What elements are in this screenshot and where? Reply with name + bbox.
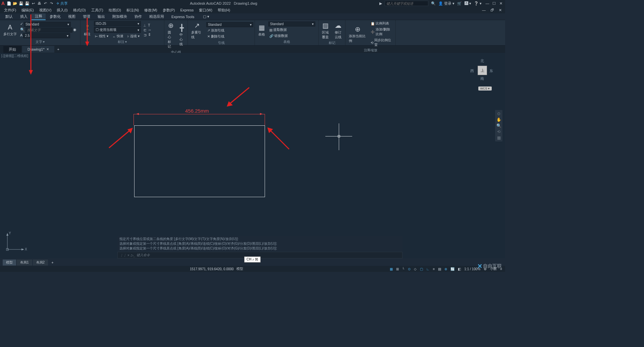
dim-tool-icon-3[interactable]: ⊐ [144, 33, 147, 37]
new-file-tab-button[interactable]: + [55, 47, 62, 51]
dim-quick-button[interactable]: ⫠ 快速 [111, 34, 124, 39]
table-button[interactable]: ▦表格 [256, 23, 267, 38]
dim-tool-icon-2[interactable]: ⊏ [144, 28, 147, 32]
maximize-button[interactable]: ☐ [491, 1, 497, 6]
status-ortho-icon[interactable]: └ [401, 267, 406, 271]
tab-express-tools[interactable]: Express Tools [168, 14, 198, 19]
status-snap-icon[interactable]: ⊞ [395, 267, 400, 271]
find-icon[interactable]: 🔍 [20, 27, 25, 33]
close-button[interactable]: ✕ [498, 1, 504, 6]
layout-tab-model[interactable]: 模型 [3, 259, 16, 266]
cmd-handle-icon[interactable]: ⋮⋮ × [120, 253, 129, 257]
tab-default[interactable]: 默认 [2, 13, 16, 20]
layout-tab-2[interactable]: 布局2 [33, 259, 48, 266]
info-arrow-icon[interactable]: ▶ [379, 1, 382, 6]
nav-orbit-icon[interactable]: ⟲ [496, 129, 502, 134]
tab-featured[interactable]: 精选应用 [146, 13, 167, 20]
status-osnap-icon[interactable]: ▢ [419, 267, 424, 271]
search-icon[interactable]: 🔍 [431, 1, 436, 6]
status-dynamic-input-icon[interactable]: ⊕ [443, 267, 448, 271]
status-lineweight-icon[interactable]: ≡ [432, 267, 436, 271]
nav-showmotion-icon[interactable]: ▦ [496, 135, 502, 140]
viewcube-north[interactable]: 北 [480, 58, 484, 63]
file-tab-start[interactable]: 开始 [3, 46, 21, 53]
cart-icon[interactable]: 🛒 [457, 1, 462, 6]
add-layout-button[interactable]: + [49, 260, 56, 265]
qat-saveas-icon[interactable]: 💾 [25, 1, 30, 6]
scale-list-button[interactable]: 📋 比例列表 [370, 21, 394, 26]
app-menu-icon[interactable]: 🅰 ▾ [465, 1, 471, 6]
status-3dosnap-icon[interactable]: ◧ [457, 267, 462, 271]
mleader-button[interactable]: ↗多重引线 [189, 21, 205, 40]
qat-recent-icon[interactable]: ↩ [31, 1, 36, 6]
wipeout-button[interactable]: ▨区域覆盖 [320, 21, 331, 40]
menu-help[interactable]: 帮助(H) [216, 7, 232, 13]
find-go-icon[interactable]: ◉ [73, 27, 76, 33]
status-cycling-icon[interactable]: 🔄 [449, 267, 455, 271]
panel-title-dimension[interactable]: 标注 ▾ [82, 39, 163, 45]
qat-new-icon[interactable]: 📄 [7, 1, 11, 6]
centerline-button[interactable]: ╋中心线 [177, 23, 186, 47]
viewcube-top-face[interactable]: 上 [478, 66, 487, 75]
menu-parametric[interactable]: 参数(P) [161, 7, 177, 13]
qat-save-icon[interactable]: 💾 [19, 1, 23, 6]
dim-layer-dropdown[interactable]: ▢使用当前项▾ [94, 27, 141, 33]
extract-data-button[interactable]: ▤ 提取数据 [268, 27, 315, 33]
ribbon-collapse-button[interactable]: ▢ ▾ [200, 14, 213, 19]
dim-linear-button[interactable]: ⊢ 线性 ▾ [94, 34, 109, 39]
remove-leader-button[interactable]: ✕ 删除引线 [206, 34, 253, 39]
panel-title-leader[interactable]: 引线 [189, 40, 253, 46]
help-search-input[interactable] [385, 1, 428, 6]
text-height-icon[interactable]: A [20, 33, 22, 38]
leader-style-dropdown[interactable]: Standard▾ [206, 22, 253, 27]
tab-view[interactable]: 视图 [65, 13, 79, 20]
file-tab-drawing1[interactable]: Drawing1*× [22, 46, 54, 53]
qat-open-icon[interactable]: 📂 [13, 1, 17, 6]
status-otrack-icon[interactable]: ∟ [425, 267, 431, 271]
add-current-scale-button[interactable]: ⊕添加当前比例 [347, 24, 368, 44]
doc-minimize-button[interactable]: — [480, 7, 488, 13]
coordinates-readout[interactable]: 1517.9971, 919.6420, 0.0000 [190, 267, 234, 271]
dim-style-dropdown[interactable]: ISO-25▾ [94, 21, 141, 26]
qat-redo-icon[interactable]: ↷ [49, 1, 54, 6]
menu-view[interactable]: 视图(V) [37, 7, 54, 13]
table-style-dropdown[interactable]: Standard▾ [268, 21, 315, 26]
revcloud-button[interactable]: ☁修订云线 [333, 21, 344, 40]
menu-format[interactable]: 格式(O) [71, 7, 88, 13]
doc-close-button[interactable]: ✕ [497, 7, 504, 13]
menu-draw[interactable]: 绘图(D) [107, 7, 123, 13]
menu-edit[interactable]: 编辑(E) [19, 7, 36, 13]
dim-tool-icon-4[interactable]: T [148, 23, 152, 27]
status-model-button[interactable]: 模型 [236, 267, 243, 271]
help-icon[interactable]: ❔ ▾ [474, 1, 482, 6]
share-button[interactable]: ✈ 共享 [56, 1, 68, 6]
view-cube[interactable]: 北 南 东 西 上 [468, 56, 495, 83]
viewcube-west[interactable]: 西 [470, 68, 474, 73]
panel-title-text[interactable]: 文字 ▾ [1, 39, 79, 45]
panel-title-table[interactable]: 表格 [256, 39, 317, 45]
menu-modify[interactable]: 修改(M) [142, 7, 159, 13]
status-grid-icon[interactable]: ▦ [389, 267, 394, 271]
minimize-button[interactable]: — [484, 1, 490, 6]
abc-check-icon[interactable]: ✓ [20, 22, 23, 27]
center-mark-button[interactable]: ⊕圆心标记 [166, 21, 176, 50]
status-transparency-icon[interactable]: ▤ [437, 267, 442, 271]
dim-tool-icon-5[interactable]: ↔ [148, 28, 152, 32]
nav-pan-icon[interactable]: ✋ [496, 117, 502, 122]
login-button[interactable]: 👤 登录 ▾ [438, 1, 454, 6]
mtext-button[interactable]: A 多行文字 [1, 23, 19, 37]
doc-restore-button[interactable]: 🗗 [488, 7, 496, 13]
layout-tab-1[interactable]: 布局1 [17, 259, 32, 266]
qat-print-icon[interactable]: 🖶 [37, 1, 42, 6]
link-data-button[interactable]: 🔗 链接数据 [268, 33, 315, 39]
menu-insert[interactable]: 插入(I) [55, 7, 69, 13]
sync-scale-button[interactable]: ⟲ 同步比例位置 [370, 38, 394, 48]
menu-dimension[interactable]: 标注(N) [124, 7, 141, 13]
dim-tool-icon-6[interactable]: ⇕ [148, 33, 152, 37]
drawing-viewport[interactable]: [-][俯视][二维线框] 北 南 东 西 上 WCS ▾ ⊙ ✋ 🔍 ⟲ ▦ … [0, 53, 505, 258]
status-isodraft-icon[interactable]: ◇ [413, 267, 418, 271]
menu-tools[interactable]: 工具(T) [89, 7, 105, 13]
tab-output[interactable]: 输出 [94, 13, 108, 20]
menu-express[interactable]: Express [178, 7, 196, 13]
menu-window[interactable]: 窗口(W) [197, 7, 214, 13]
